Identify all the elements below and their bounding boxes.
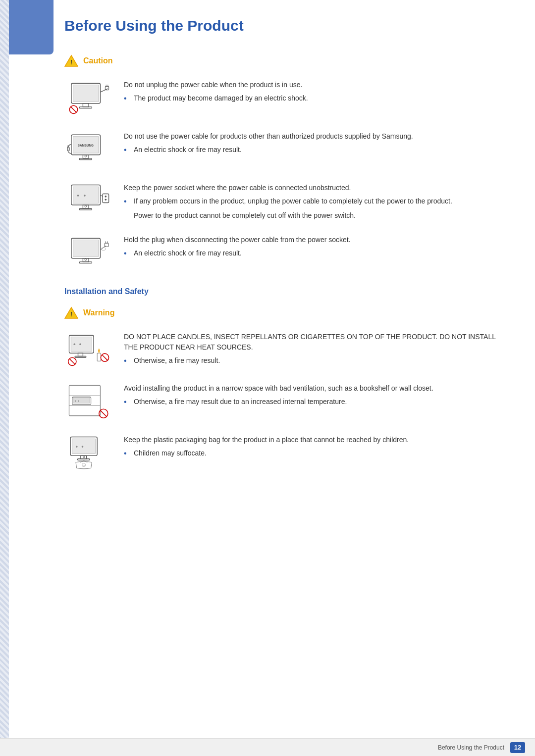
warning-text-2: Avoid installing the product in a narrow… [124, 381, 505, 408]
caution-sub-2: • An electric shock or fire may result. [124, 145, 505, 156]
installation-heading: Installation and Safety [64, 287, 505, 296]
svg-rect-28 [103, 194, 109, 203]
svg-rect-3 [73, 85, 99, 101]
svg-rect-50 [97, 353, 101, 361]
warning-bullet-text-2: Otherwise, a fire may result due to an i… [134, 397, 347, 407]
bullet-icon: • [124, 248, 130, 259]
svg-line-61 [101, 410, 107, 417]
caution-item-4: Hold the plug when disconnecting the pow… [64, 233, 505, 272]
warning-bullet-text-3: Children may suffocate. [134, 448, 207, 458]
warning-sub-3: • Children may suffocate. [124, 448, 505, 459]
svg-point-68 [83, 456, 85, 458]
svg-line-52 [102, 355, 107, 360]
svg-point-30 [105, 199, 107, 201]
svg-point-64 [76, 446, 78, 448]
warning-main-2: Avoid installing the product in a narrow… [124, 383, 505, 394]
caution-sub-1: • The product may become damaged by an e… [124, 93, 505, 104]
bullet-icon: • [124, 196, 130, 207]
caution-image-1 [64, 78, 114, 117]
svg-point-27 [85, 205, 87, 207]
svg-rect-26 [79, 208, 92, 210]
caution-item-2: SAMSUNG Do not use the power cable for p… [64, 129, 505, 169]
caution-text-3: Keep the power socket where the power ca… [124, 181, 505, 221]
svg-point-23 [77, 195, 79, 197]
bullet-icon: • [124, 448, 130, 459]
caution-main-4: Hold the plug when disconnecting the pow… [124, 235, 505, 245]
warning-text-3: Keep the plastic packaging bag for the p… [124, 433, 505, 459]
caution-image-4 [64, 233, 114, 272]
caution-main-1: Do not unplug the power cable when the p… [124, 80, 505, 90]
warning-text-1: DO NOT PLACE CANDLES, INSECT REPELLANTS … [124, 330, 505, 367]
warning-header: ! Warning [64, 306, 505, 320]
bullet-icon: • [124, 144, 130, 156]
bullet-icon: • [124, 355, 130, 367]
warning-main-1: DO NOT PLACE CANDLES, INSECT REPELLANTS … [124, 332, 505, 353]
left-stripe-decoration [0, 0, 9, 756]
svg-rect-5 [79, 107, 92, 108]
caution-image-2: SAMSUNG [64, 129, 114, 169]
svg-text:!: ! [70, 58, 72, 66]
svg-point-45 [79, 343, 81, 345]
bullet-icon: • [124, 93, 130, 104]
warning-section: ! Warning [64, 306, 505, 472]
svg-rect-18 [67, 147, 69, 151]
caution-item-1: Do not unplug the power cable when the p… [64, 78, 505, 117]
caution-section: ! Caution [64, 54, 505, 272]
bottom-bar: Before Using the Product 12 [0, 738, 535, 756]
warning-image-1 [64, 330, 114, 369]
caution-extra-3: Power to the product cannot be completel… [134, 210, 505, 221]
svg-rect-32 [73, 240, 99, 256]
caution-item-3: Keep the power socket where the power ca… [64, 181, 505, 221]
svg-rect-4 [83, 103, 89, 107]
svg-point-59 [78, 401, 79, 402]
caution-bullet-text-4: An electric shock or fire may result. [134, 248, 242, 258]
svg-rect-67 [78, 459, 90, 460]
warning-sub-2: • Otherwise, a fire may result due to an… [124, 397, 505, 408]
caution-bullet-text-3: If any problem occurs in the product, un… [134, 196, 452, 206]
svg-point-35 [85, 259, 87, 261]
warning-bullet-text-1: Otherwise, a fire may result. [134, 355, 220, 366]
svg-rect-46 [78, 353, 83, 356]
page-number: 12 [510, 742, 525, 753]
svg-rect-34 [79, 262, 92, 263]
svg-rect-47 [75, 356, 86, 358]
warning-item-3: Keep the plastic packaging bag for the p… [64, 433, 505, 472]
caution-bullet-text-2: An electric shock or fire may result. [134, 145, 242, 155]
warning-image-2 [64, 381, 114, 421]
caution-text-2: Do not use the power cable for products … [124, 129, 505, 156]
svg-line-7 [71, 107, 76, 112]
svg-point-29 [105, 196, 107, 198]
warning-item-2: Avoid installing the product in a narrow… [64, 381, 505, 421]
warning-icon: ! [64, 306, 78, 320]
svg-point-24 [84, 195, 86, 197]
svg-point-44 [74, 343, 76, 345]
caution-bullet-text-1: The product may become damaged by an ele… [134, 93, 308, 103]
warning-item-1: DO NOT PLACE CANDLES, INSECT REPELLANTS … [64, 330, 505, 369]
warning-sub-1: • Otherwise, a fire may result. [124, 355, 505, 367]
caution-text-4: Hold the plug when disconnecting the pow… [124, 233, 505, 259]
svg-line-8 [101, 89, 108, 92]
caution-icon: ! [64, 54, 78, 68]
caution-label: Caution [83, 56, 113, 65]
caution-sub-4: • An electric shock or fire may result. [124, 248, 505, 259]
blue-accent-block [9, 0, 54, 54]
caution-header: ! Caution [64, 54, 505, 68]
svg-text:SAMSUNG: SAMSUNG [78, 144, 94, 147]
bottom-label: Before Using the Product [438, 744, 504, 751]
svg-point-65 [82, 446, 84, 448]
caution-main-2: Do not use the power cable for products … [124, 131, 505, 142]
bullet-icon: • [124, 396, 130, 408]
warning-image-3 [64, 433, 114, 472]
warning-main-3: Keep the plastic packaging bag for the p… [124, 435, 505, 445]
caution-sub-3: • If any problem occurs in the product, … [124, 196, 505, 207]
caution-main-3: Keep the power socket where the power ca… [124, 183, 505, 193]
svg-line-49 [69, 359, 75, 364]
svg-point-17 [85, 155, 87, 157]
svg-text:!: ! [70, 310, 72, 318]
svg-rect-16 [79, 158, 92, 160]
page-title: Before Using the Product [64, 10, 505, 34]
caution-image-3 [64, 181, 114, 220]
caution-text-1: Do not unplug the power cable when the p… [124, 78, 505, 104]
svg-rect-57 [74, 398, 90, 403]
svg-point-58 [75, 401, 76, 402]
